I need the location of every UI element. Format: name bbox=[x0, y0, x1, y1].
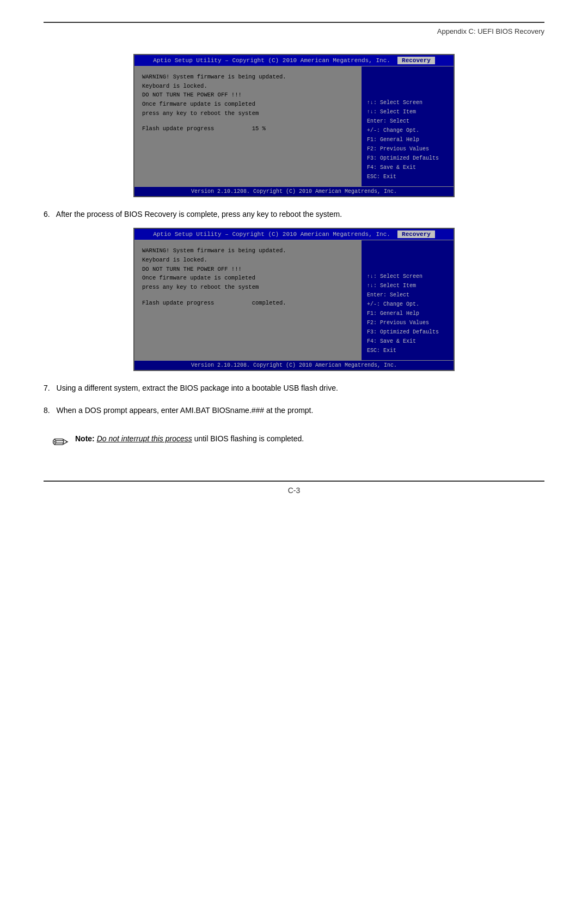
bios-main-1: WARNING! System firmware is being update… bbox=[134, 66, 361, 186]
bios-warning-2-5: press any key to reboot the system bbox=[142, 283, 353, 291]
bios-warning-2-3: DO NOT TURN THE POWER OFF !!! bbox=[142, 265, 353, 274]
page-container: Appendix C: UEFI BIOS Recovery Aptio Set… bbox=[0, 0, 588, 899]
bios-progress-1: Flash update progress 15 % bbox=[142, 125, 353, 133]
bios-title-bar-2: Aptio Setup Utility – Copyright (C) 2010… bbox=[134, 229, 454, 240]
bios-warning-1: WARNING! System firmware is being update… bbox=[142, 73, 353, 81]
note-label: Note: bbox=[75, 434, 95, 443]
bios-help-5: F1: General Help bbox=[367, 136, 448, 144]
bios-help-3: Enter: Select bbox=[367, 117, 448, 125]
bios-help-2-6: F2: Previous Values bbox=[367, 319, 448, 327]
bios-help-4: +/-: Change Opt. bbox=[367, 126, 448, 135]
bios-title-bar-1: Aptio Setup Utility – Copyright (C) 2010… bbox=[134, 55, 454, 66]
header-title: Appendix C: UEFI BIOS Recovery bbox=[437, 27, 544, 35]
bios-warning-3: DO NOT TURN THE POWER OFF !!! bbox=[142, 91, 353, 99]
bios-footer-2: Version 2.10.1208. Copyright (C) 2010 Am… bbox=[134, 360, 454, 370]
step-6-number: 6. bbox=[44, 210, 50, 218]
bios-help-2-9: ESC: Exit bbox=[367, 347, 448, 355]
bios-warning-4: Once firmware update is completed bbox=[142, 100, 353, 108]
bios-warning-2-1: WARNING! System firmware is being update… bbox=[142, 247, 353, 255]
note-box: ✏ Note: Do not interrupt this process un… bbox=[44, 426, 544, 459]
note-underlined: Do not interrupt this process bbox=[97, 434, 192, 443]
step-8: 8. When a DOS prompt appears, enter AMI.… bbox=[44, 404, 544, 416]
step-6: 6. After the process of BIOS Recovery is… bbox=[44, 208, 544, 220]
bios-sidebar-2: ↑↓: Select Screen ↑↓: Select Item Enter:… bbox=[361, 240, 454, 360]
step-8-text: When a DOS prompt appears, enter AMI.BAT… bbox=[57, 406, 314, 415]
bios-footer-1: Version 2.10.1208. Copyright (C) 2010 Am… bbox=[134, 186, 454, 196]
bios-help-2-3: Enter: Select bbox=[367, 291, 448, 299]
step-7-number: 7. bbox=[44, 384, 50, 392]
bios-recovery-tab-2: Recovery bbox=[397, 230, 435, 238]
note-text: Note: Do not interrupt this process unti… bbox=[75, 433, 304, 445]
step-7: 7. Using a different system, extract the… bbox=[44, 382, 544, 394]
bios-progress-2: Flash update progress completed. bbox=[142, 299, 353, 307]
note-rest: until BIOS flashing is completed. bbox=[192, 434, 304, 443]
note-icon: ✏ bbox=[52, 433, 69, 452]
bios-title-text-2: Aptio Setup Utility – Copyright (C) 2010… bbox=[153, 231, 390, 238]
bios-warning-2-4: Once firmware update is completed bbox=[142, 274, 353, 282]
bios-help-2-4: +/-: Change Opt. bbox=[367, 300, 448, 308]
page-header: Appendix C: UEFI BIOS Recovery bbox=[44, 27, 544, 38]
bios-help-6: F2: Previous Values bbox=[367, 145, 448, 153]
bios-help-9: ESC: Exit bbox=[367, 173, 448, 181]
bios-help-2-7: F3: Optimized Defaults bbox=[367, 328, 448, 336]
bios-help-2-1: ↑↓: Select Screen bbox=[367, 272, 448, 281]
step-6-text: After the process of BIOS Recovery is co… bbox=[56, 210, 342, 218]
bios-help-1: ↑↓: Select Screen bbox=[367, 99, 448, 107]
bios-help-2: ↑↓: Select Item bbox=[367, 108, 448, 116]
bios-body-2: WARNING! System firmware is being update… bbox=[134, 240, 454, 360]
bios-help-7: F3: Optimized Defaults bbox=[367, 154, 448, 162]
bottom-rule bbox=[44, 481, 544, 482]
step-7-text: Using a different system, extract the BI… bbox=[57, 384, 338, 392]
bios-warning-2-2: Keyboard is locked. bbox=[142, 256, 353, 264]
bios-title-text-1: Aptio Setup Utility – Copyright (C) 2010… bbox=[153, 57, 390, 64]
bios-body-1: WARNING! System firmware is being update… bbox=[134, 66, 454, 186]
bios-help-8: F4: Save & Exit bbox=[367, 163, 448, 172]
bios-help-2-2: ↑↓: Select Item bbox=[367, 282, 448, 290]
bios-help-2-8: F4: Save & Exit bbox=[367, 337, 448, 345]
bios-sidebar-1: ↑↓: Select Screen ↑↓: Select Item Enter:… bbox=[361, 66, 454, 186]
page-number: C-3 bbox=[288, 486, 301, 495]
bios-warning-5: press any key to reboot the system bbox=[142, 110, 353, 118]
top-rule bbox=[44, 22, 544, 23]
bios-recovery-tab-1: Recovery bbox=[397, 57, 435, 64]
bios-warning-2: Keyboard is locked. bbox=[142, 82, 353, 90]
bios-main-2: WARNING! System firmware is being update… bbox=[134, 240, 361, 360]
step-8-number: 8. bbox=[44, 406, 50, 415]
bios-help-2-5: F1: General Help bbox=[367, 309, 448, 318]
page-footer: C-3 bbox=[44, 486, 544, 495]
bios-screenshot-2: Aptio Setup Utility – Copyright (C) 2010… bbox=[133, 228, 455, 371]
bios-screenshot-1: Aptio Setup Utility – Copyright (C) 2010… bbox=[133, 54, 455, 197]
